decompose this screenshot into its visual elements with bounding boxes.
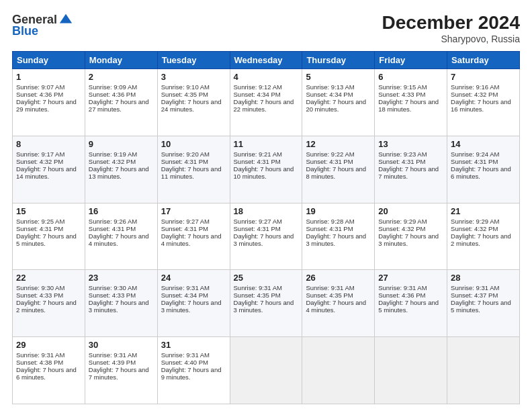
- day-number: 21: [451, 206, 516, 216]
- cell-dec-5: 5 Sunrise: 9:13 AM Sunset: 4:34 PM Dayli…: [302, 69, 375, 136]
- cell-dec-3: 3 Sunrise: 9:10 AM Sunset: 4:35 PM Dayli…: [157, 69, 230, 136]
- cell-dec-18: 18 Sunrise: 9:27 AM Sunset: 4:31 PM Dayl…: [230, 203, 302, 270]
- cell-dec-11: 11 Sunrise: 9:21 AM Sunset: 4:31 PM Dayl…: [230, 136, 302, 203]
- cell-sunrise: Sunrise: 9:29 AM: [451, 218, 499, 225]
- cell-sunset: Sunset: 4:33 PM: [378, 91, 425, 98]
- cell-dec-19: 19 Sunrise: 9:28 AM Sunset: 4:31 PM Dayl…: [302, 203, 375, 270]
- header-tuesday: Tuesday: [157, 52, 230, 69]
- cell-dec-25: 25 Sunrise: 9:31 AM Sunset: 4:35 PM Dayl…: [230, 270, 302, 337]
- cell-daylight: Daylight: 7 hours and 6 minutes.: [451, 165, 511, 180]
- location-title: Sharypovo, Russia: [382, 34, 520, 44]
- cell-dec-21: 21 Sunrise: 9:29 AM Sunset: 4:32 PM Dayl…: [447, 203, 520, 270]
- cell-dec-30: 30 Sunrise: 9:31 AM Sunset: 4:39 PM Dayl…: [85, 337, 157, 404]
- cell-daylight: Daylight: 7 hours and 14 minutes.: [16, 165, 77, 180]
- day-number: 8: [16, 139, 81, 149]
- cell-dec-29: 29 Sunrise: 9:31 AM Sunset: 4:38 PM Dayl…: [13, 337, 85, 404]
- calendar-row-4: 22 Sunrise: 9:30 AM Sunset: 4:33 PM Dayl…: [13, 270, 520, 337]
- cell-dec-10: 10 Sunrise: 9:20 AM Sunset: 4:31 PM Dayl…: [157, 136, 230, 203]
- cell-daylight: Daylight: 7 hours and 5 minutes.: [378, 299, 439, 314]
- month-title: December 2024: [382, 12, 520, 34]
- cell-daylight: Daylight: 7 hours and 3 minutes.: [234, 232, 294, 247]
- day-number: 2: [89, 72, 154, 82]
- cell-daylight: Daylight: 7 hours and 2 minutes.: [451, 232, 511, 247]
- cell-sunset: Sunset: 4:36 PM: [378, 291, 425, 299]
- cell-dec-4: 4 Sunrise: 9:12 AM Sunset: 4:34 PM Dayli…: [230, 69, 302, 136]
- cell-daylight: Daylight: 7 hours and 4 minutes.: [161, 232, 222, 247]
- day-number: 4: [234, 72, 299, 82]
- cell-sunset: Sunset: 4:35 PM: [306, 291, 353, 299]
- cell-daylight: Daylight: 7 hours and 13 minutes.: [89, 165, 149, 180]
- cell-dec-27: 27 Sunrise: 9:31 AM Sunset: 4:36 PM Dayl…: [375, 270, 447, 337]
- cell-sunrise: Sunrise: 9:30 AM: [16, 284, 64, 291]
- cell-sunrise: Sunrise: 9:31 AM: [451, 284, 499, 291]
- day-number: 30: [89, 340, 154, 350]
- cell-sunset: Sunset: 4:31 PM: [234, 225, 281, 232]
- cell-dec-16: 16 Sunrise: 9:26 AM Sunset: 4:31 PM Dayl…: [85, 203, 157, 270]
- cell-dec-7: 7 Sunrise: 9:16 AM Sunset: 4:32 PM Dayli…: [447, 69, 520, 136]
- cell-daylight: Daylight: 7 hours and 3 minutes.: [306, 232, 366, 247]
- cell-dec-14: 14 Sunrise: 9:24 AM Sunset: 4:31 PM Dayl…: [447, 136, 520, 203]
- cell-sunrise: Sunrise: 9:07 AM: [16, 83, 64, 91]
- cell-sunrise: Sunrise: 9:31 AM: [378, 284, 427, 291]
- cell-sunset: Sunset: 4:39 PM: [89, 359, 136, 366]
- day-number: 5: [306, 72, 371, 82]
- calendar-header-row: Sunday Monday Tuesday Wednesday Thursday…: [13, 52, 520, 69]
- cell-sunset: Sunset: 4:31 PM: [16, 225, 63, 232]
- cell-sunset: Sunset: 4:32 PM: [451, 225, 498, 232]
- day-number: 3: [161, 72, 226, 82]
- cell-daylight: Daylight: 7 hours and 3 minutes.: [161, 299, 222, 314]
- cell-sunrise: Sunrise: 9:10 AM: [161, 83, 210, 91]
- day-number: 31: [161, 340, 226, 350]
- cell-dec-6: 6 Sunrise: 9:15 AM Sunset: 4:33 PM Dayli…: [375, 69, 447, 136]
- day-number: 20: [378, 206, 443, 216]
- cell-sunset: Sunset: 4:38 PM: [16, 359, 63, 366]
- calendar-row-5: 29 Sunrise: 9:31 AM Sunset: 4:38 PM Dayl…: [13, 337, 520, 404]
- cell-daylight: Daylight: 7 hours and 4 minutes.: [89, 232, 149, 247]
- cell-dec-15: 15 Sunrise: 9:25 AM Sunset: 4:31 PM Dayl…: [13, 203, 85, 270]
- cell-sunrise: Sunrise: 9:20 AM: [161, 150, 210, 158]
- cell-sunrise: Sunrise: 9:28 AM: [306, 218, 354, 225]
- cell-daylight: Daylight: 7 hours and 3 minutes.: [378, 232, 439, 247]
- day-number: 23: [89, 273, 154, 283]
- day-number: 12: [306, 139, 371, 149]
- cell-sunrise: Sunrise: 9:09 AM: [89, 83, 137, 91]
- day-number: 24: [161, 273, 226, 283]
- cell-daylight: Daylight: 7 hours and 2 minutes.: [16, 299, 77, 314]
- header-friday: Friday: [375, 52, 447, 69]
- cell-dec-24: 24 Sunrise: 9:31 AM Sunset: 4:34 PM Dayl…: [157, 270, 230, 337]
- cell-sunset: Sunset: 4:31 PM: [234, 158, 281, 165]
- calendar-table: Sunday Monday Tuesday Wednesday Thursday…: [12, 51, 520, 404]
- cell-daylight: Daylight: 7 hours and 24 minutes.: [161, 98, 222, 113]
- day-number: 14: [451, 139, 516, 149]
- cell-sunset: Sunset: 4:33 PM: [89, 291, 136, 299]
- day-number: 27: [378, 273, 443, 283]
- cell-dec-28: 28 Sunrise: 9:31 AM Sunset: 4:37 PM Dayl…: [447, 270, 520, 337]
- day-number: 17: [161, 206, 226, 216]
- day-number: 28: [451, 273, 516, 283]
- cell-sunset: Sunset: 4:31 PM: [306, 225, 353, 232]
- cell-sunset: Sunset: 4:37 PM: [451, 291, 498, 299]
- cell-sunrise: Sunrise: 9:31 AM: [161, 351, 210, 359]
- cell-sunrise: Sunrise: 9:23 AM: [378, 150, 427, 158]
- cell-sunset: Sunset: 4:32 PM: [378, 225, 425, 232]
- day-number: 1: [16, 72, 81, 82]
- day-number: 11: [234, 139, 299, 149]
- cell-daylight: Daylight: 7 hours and 10 minutes.: [234, 165, 294, 180]
- day-number: 6: [378, 72, 443, 82]
- cell-sunset: Sunset: 4:35 PM: [234, 291, 281, 299]
- cell-daylight: Daylight: 7 hours and 20 minutes.: [306, 98, 366, 113]
- header-thursday: Thursday: [302, 52, 375, 69]
- cell-sunset: Sunset: 4:36 PM: [16, 91, 63, 98]
- cell-daylight: Daylight: 7 hours and 8 minutes.: [306, 165, 366, 180]
- calendar-row-3: 15 Sunrise: 9:25 AM Sunset: 4:31 PM Dayl…: [13, 203, 520, 270]
- cell-sunrise: Sunrise: 9:15 AM: [378, 83, 427, 91]
- cell-sunset: Sunset: 4:31 PM: [306, 158, 353, 165]
- cell-sunrise: Sunrise: 9:12 AM: [234, 83, 282, 91]
- cell-sunset: Sunset: 4:31 PM: [451, 158, 498, 165]
- cell-sunset: Sunset: 4:31 PM: [161, 225, 208, 232]
- cell-dec-13: 13 Sunrise: 9:23 AM Sunset: 4:31 PM Dayl…: [375, 136, 447, 203]
- day-number: 25: [234, 273, 299, 283]
- cell-daylight: Daylight: 7 hours and 11 minutes.: [161, 165, 222, 180]
- day-number: 22: [16, 273, 81, 283]
- cell-sunrise: Sunrise: 9:24 AM: [451, 150, 499, 158]
